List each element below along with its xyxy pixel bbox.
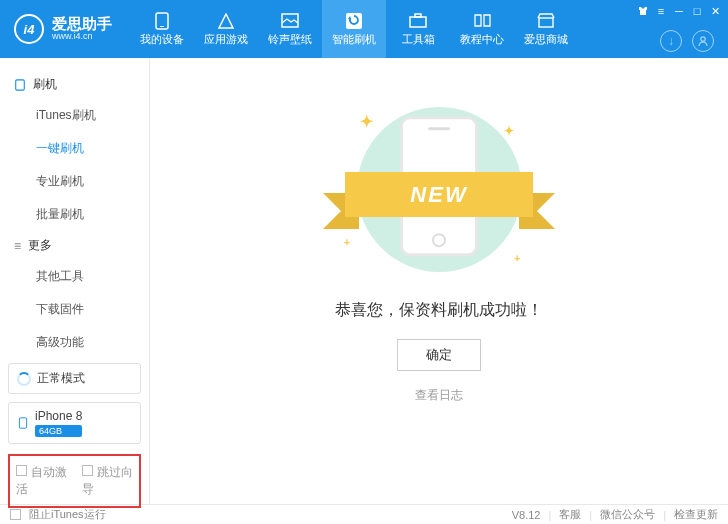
top-nav: 我的设备 应用游戏 铃声壁纸 智能刷机 工具箱 教程中心 爱思商城 bbox=[130, 0, 578, 58]
menu-icon[interactable]: ≡ bbox=[654, 4, 668, 18]
image-icon bbox=[280, 12, 300, 30]
sidebar-section-more: ≡ 更多 bbox=[0, 231, 149, 260]
auto-activate-checkbox[interactable]: 自动激活 bbox=[16, 464, 68, 498]
ribbon-text: NEW bbox=[345, 172, 533, 217]
sidebar-section-flash: 刷机 bbox=[0, 70, 149, 99]
support-link[interactable]: 客服 bbox=[559, 507, 581, 522]
version-label: V8.12 bbox=[512, 509, 541, 521]
device-name: iPhone 8 bbox=[35, 409, 82, 423]
briefcase-icon bbox=[408, 12, 428, 30]
sidebar-item-oneclick-flash[interactable]: 一键刷机 bbox=[0, 132, 149, 165]
section-title: 更多 bbox=[28, 237, 52, 254]
close-icon[interactable]: ✕ bbox=[708, 4, 722, 18]
app-body: 刷机 iTunes刷机 一键刷机 专业刷机 批量刷机 ≡ 更多 其他工具 下载固… bbox=[0, 58, 728, 504]
sparkle-icon: ✦ bbox=[504, 124, 514, 138]
minimize-icon[interactable]: ─ bbox=[672, 4, 686, 18]
nav-label: 我的设备 bbox=[140, 32, 184, 47]
nav-label: 智能刷机 bbox=[332, 32, 376, 47]
storage-badge: 64GB bbox=[35, 425, 82, 437]
phone-icon bbox=[17, 417, 29, 429]
sidebar-item-batch-flash[interactable]: 批量刷机 bbox=[0, 198, 149, 231]
svg-rect-3 bbox=[346, 13, 362, 29]
brand-url: www.i4.cn bbox=[52, 32, 112, 42]
nav-label: 工具箱 bbox=[402, 32, 435, 47]
nav-ringtone[interactable]: 铃声壁纸 bbox=[258, 0, 322, 58]
download-icon[interactable]: ↓ bbox=[660, 30, 682, 52]
view-log-link[interactable]: 查看日志 bbox=[415, 387, 463, 404]
brand-block: i4 爱思助手 www.i4.cn bbox=[0, 14, 126, 44]
brand-name: 爱思助手 bbox=[52, 16, 112, 33]
book-icon bbox=[472, 12, 492, 30]
skin-icon[interactable] bbox=[636, 4, 650, 18]
logo-icon: i4 bbox=[14, 14, 44, 44]
success-message: 恭喜您，保资料刷机成功啦！ bbox=[335, 300, 543, 321]
sidebar: 刷机 iTunes刷机 一键刷机 专业刷机 批量刷机 ≡ 更多 其他工具 下载固… bbox=[0, 58, 150, 504]
maximize-icon[interactable]: □ bbox=[690, 4, 704, 18]
refresh-icon bbox=[344, 12, 364, 30]
svg-rect-1 bbox=[160, 26, 164, 27]
sidebar-item-other-tools[interactable]: 其他工具 bbox=[0, 260, 149, 293]
device-pill[interactable]: iPhone 8 64GB bbox=[8, 402, 141, 444]
mode-pill[interactable]: 正常模式 bbox=[8, 363, 141, 394]
spinner-icon bbox=[17, 372, 31, 386]
phone-icon bbox=[14, 79, 26, 91]
success-illustration: NEW ✦ ✦ + + bbox=[324, 104, 554, 274]
sidebar-item-pro-flash[interactable]: 专业刷机 bbox=[0, 165, 149, 198]
section-title: 刷机 bbox=[33, 76, 57, 93]
sidebar-item-itunes-flash[interactable]: iTunes刷机 bbox=[0, 99, 149, 132]
window-controls: ≡ ─ □ ✕ bbox=[636, 4, 722, 18]
nav-flash[interactable]: 智能刷机 bbox=[322, 0, 386, 58]
app-header: i4 爱思助手 www.i4.cn 我的设备 应用游戏 铃声壁纸 智能刷机 工具… bbox=[0, 0, 728, 58]
svg-rect-6 bbox=[539, 18, 553, 27]
sidebar-item-advanced[interactable]: 高级功能 bbox=[0, 326, 149, 359]
svg-rect-5 bbox=[415, 14, 421, 17]
svg-rect-9 bbox=[19, 418, 26, 428]
skip-wizard-checkbox[interactable]: 跳过向导 bbox=[82, 464, 134, 498]
header-actions: ↓ bbox=[660, 30, 714, 52]
mode-label: 正常模式 bbox=[37, 370, 85, 387]
brand-text: 爱思助手 www.i4.cn bbox=[52, 16, 112, 42]
block-itunes-checkbox[interactable]: 阻止iTunes运行 bbox=[10, 507, 106, 522]
nav-label: 爱思商城 bbox=[524, 32, 568, 47]
sidebar-item-download-firmware[interactable]: 下载固件 bbox=[0, 293, 149, 326]
sparkle-icon: + bbox=[514, 253, 520, 264]
svg-rect-4 bbox=[410, 17, 426, 27]
ok-button[interactable]: 确定 bbox=[397, 339, 481, 371]
main-content: NEW ✦ ✦ + + 恭喜您，保资料刷机成功啦！ 确定 查看日志 bbox=[150, 58, 728, 504]
sparkle-icon: + bbox=[344, 237, 350, 248]
sparkle-icon: ✦ bbox=[360, 112, 373, 131]
user-icon[interactable] bbox=[692, 30, 714, 52]
store-icon bbox=[536, 12, 556, 30]
phone-icon bbox=[152, 12, 172, 30]
nav-label: 应用游戏 bbox=[204, 32, 248, 47]
apps-icon bbox=[216, 12, 236, 30]
nav-label: 教程中心 bbox=[460, 32, 504, 47]
nav-toolbox[interactable]: 工具箱 bbox=[386, 0, 450, 58]
update-link[interactable]: 检查更新 bbox=[674, 507, 718, 522]
options-box: 自动激活 跳过向导 bbox=[8, 454, 141, 508]
nav-tutorial[interactable]: 教程中心 bbox=[450, 0, 514, 58]
nav-label: 铃声壁纸 bbox=[268, 32, 312, 47]
wechat-link[interactable]: 微信公众号 bbox=[600, 507, 655, 522]
nav-apps[interactable]: 应用游戏 bbox=[194, 0, 258, 58]
list-icon: ≡ bbox=[14, 240, 21, 252]
nav-store[interactable]: 爱思商城 bbox=[514, 0, 578, 58]
svg-rect-8 bbox=[16, 79, 25, 89]
nav-my-device[interactable]: 我的设备 bbox=[130, 0, 194, 58]
svg-point-7 bbox=[701, 37, 705, 41]
